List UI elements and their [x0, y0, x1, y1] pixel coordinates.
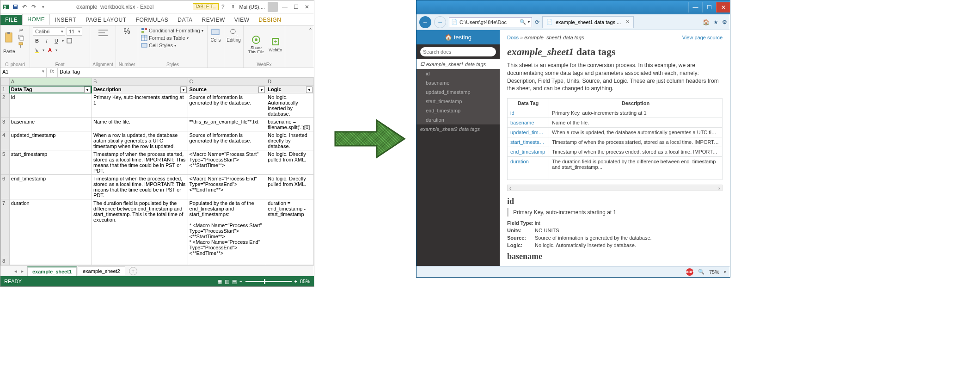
cell[interactable]: Primary Key, auto-increments starting at…: [92, 93, 188, 118]
zoom-dropdown-icon[interactable]: ▾: [724, 270, 726, 274]
view-normal-icon[interactable]: ▦: [217, 279, 222, 285]
table-tools-context[interactable]: TABLE T...: [193, 3, 219, 10]
cell-a1[interactable]: Data Tag▾: [9, 86, 92, 93]
cell[interactable]: [9, 257, 92, 265]
breadcrumb-docs[interactable]: Docs: [507, 35, 519, 40]
cell[interactable]: [188, 257, 266, 265]
nav-current[interactable]: ⊟example_sheet1 data tags: [416, 59, 500, 69]
cell[interactable]: Source of information is generated by th…: [188, 93, 266, 118]
number-icon[interactable]: %: [123, 27, 130, 36]
zoom-level[interactable]: 85%: [300, 279, 310, 284]
view-page-layout-icon[interactable]: ▥: [225, 279, 229, 285]
close-icon[interactable]: ✕: [716, 2, 730, 12]
nav-sub[interactable]: end_timestamp: [416, 106, 500, 115]
cell[interactable]: No logic. Directly pulled from XML.: [266, 175, 314, 199]
font-color-button[interactable]: A: [46, 46, 54, 54]
cell[interactable]: updated_timestamp: [9, 131, 92, 150]
cell-d1[interactable]: Logic▾: [266, 86, 314, 93]
filter-button-icon[interactable]: ▾: [180, 87, 187, 93]
project-home[interactable]: 🏠 testing: [416, 30, 500, 44]
cell[interactable]: Timestamp of when the process ended, sto…: [92, 175, 188, 199]
format-painter-icon[interactable]: [18, 42, 24, 48]
tab-file[interactable]: FILE: [0, 15, 22, 25]
filter-button-icon[interactable]: ▾: [258, 87, 265, 93]
undo-icon[interactable]: ↶: [21, 3, 28, 11]
tab-design[interactable]: DESIGN: [254, 15, 286, 25]
sheet-nav-prev-icon[interactable]: ◂: [14, 268, 17, 274]
tab-close-icon[interactable]: ✕: [625, 19, 630, 25]
save-icon[interactable]: [12, 3, 19, 11]
nav-sub[interactable]: duration: [416, 115, 500, 124]
sheet-nav-next-icon[interactable]: ▸: [21, 268, 24, 274]
nav-sub[interactable]: id: [416, 69, 500, 78]
cell[interactable]: [266, 257, 314, 265]
col-header-d[interactable]: D: [266, 78, 314, 86]
sheet-tab-2[interactable]: example_sheet2: [78, 266, 125, 275]
tab-view[interactable]: VIEW: [230, 15, 254, 25]
tab-home[interactable]: HOME: [22, 14, 50, 25]
select-all-corner[interactable]: [1, 78, 10, 86]
italic-button[interactable]: I: [43, 37, 51, 45]
cell[interactable]: When a row is updated, the database auto…: [92, 131, 188, 150]
sheet-table[interactable]: A B C D 1 Data Tag▾ Description▾ Source▾…: [0, 77, 314, 265]
underline-button[interactable]: U: [52, 37, 61, 45]
minimize-icon[interactable]: —: [281, 3, 289, 11]
cell[interactable]: Source of information is generated by th…: [188, 131, 266, 150]
cut-icon[interactable]: ✂: [18, 27, 24, 33]
link-duration[interactable]: duration: [508, 157, 549, 180]
nav-sub[interactable]: updated_timestamp: [416, 87, 500, 97]
fill-color-button[interactable]: [33, 46, 41, 54]
cell[interactable]: duration: [9, 199, 92, 257]
cell[interactable]: No logic. Inserted directly by database.: [266, 131, 314, 150]
webex-icon[interactable]: +: [270, 37, 281, 47]
fx-icon[interactable]: fx: [47, 68, 58, 77]
font-size-select[interactable]: 11: [67, 27, 82, 36]
minimize-icon[interactable]: —: [688, 2, 702, 12]
cells-icon[interactable]: [211, 27, 221, 37]
link-updated-ts[interactable]: updated_timestamp: [508, 128, 549, 137]
link-end-ts[interactable]: end_timestamp: [508, 147, 549, 157]
user-name[interactable]: Mai (US),...: [239, 4, 265, 10]
view-page-break-icon[interactable]: ▤: [232, 279, 237, 285]
refresh-icon[interactable]: ⟳: [535, 19, 539, 25]
cell[interactable]: start_timestamp: [9, 150, 92, 175]
maximize-icon[interactable]: ☐: [702, 2, 716, 12]
cell[interactable]: <Macro Name="Process Start" Type="Proces…: [188, 150, 266, 175]
rtd-main[interactable]: Docs » example_sheet1 data tags View pag…: [500, 30, 730, 266]
editing-icon[interactable]: [229, 27, 239, 37]
cell[interactable]: id: [9, 93, 92, 118]
tools-icon[interactable]: ⚙: [722, 19, 727, 25]
row-header[interactable]: 1: [1, 86, 10, 93]
ribbon-display-icon[interactable]: ⬆: [230, 4, 236, 10]
search-input[interactable]: [420, 47, 496, 56]
cell-styles-button[interactable]: Cell Styles▾: [141, 42, 204, 49]
cell[interactable]: [92, 257, 188, 265]
tab-data[interactable]: DATA: [173, 15, 197, 25]
cell[interactable]: Populated by the delta of the end_timest…: [188, 199, 266, 257]
share-file-icon[interactable]: [251, 35, 261, 45]
nav-other[interactable]: example_sheet2 data tags: [416, 124, 500, 134]
cell[interactable]: end_timestamp: [9, 175, 92, 199]
tab-insert[interactable]: INSERT: [50, 15, 81, 25]
home-icon[interactable]: 🏠: [703, 19, 710, 25]
sheet-tab-1[interactable]: example_sheet1: [27, 266, 77, 276]
cell[interactable]: No logic. Directly pulled from XML.: [266, 150, 314, 175]
table-hscroll[interactable]: [507, 185, 723, 191]
format-as-table-button[interactable]: Format as Table▾: [141, 35, 204, 41]
cell[interactable]: Name of the file.: [92, 118, 188, 131]
copy-icon[interactable]: [18, 34, 24, 41]
restore-icon[interactable]: ☐: [292, 3, 300, 11]
redo-icon[interactable]: ↷: [30, 3, 37, 11]
cell[interactable]: <Macro Name="Process End" Type="ProcessE…: [188, 175, 266, 199]
cell[interactable]: The duration field is populated by the d…: [92, 199, 188, 257]
alignment-icon[interactable]: [97, 27, 110, 38]
link-id[interactable]: id: [508, 108, 549, 118]
tab-page-layout[interactable]: PAGE LAYOUT: [81, 15, 131, 25]
help-icon[interactable]: ?: [219, 3, 227, 11]
formula-input[interactable]: Data Tag: [58, 68, 314, 77]
font-name-select[interactable]: Calibri: [33, 27, 65, 36]
cell[interactable]: basename: [9, 118, 92, 131]
col-header-a[interactable]: A: [9, 78, 92, 86]
cell[interactable]: **this_is_an_example_file**.txt: [188, 118, 266, 131]
paste-icon[interactable]: [3, 31, 16, 44]
